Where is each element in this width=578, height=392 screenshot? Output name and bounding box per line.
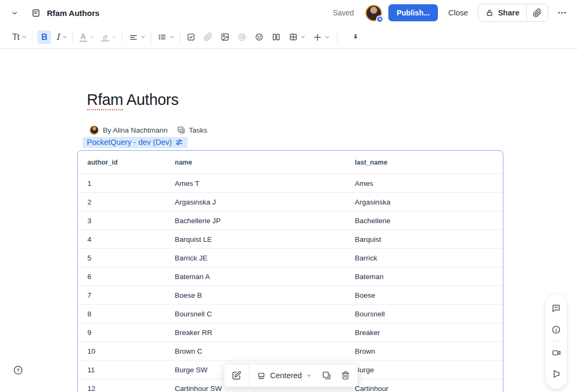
cell-author-id: 12 xyxy=(78,385,165,392)
column-header: author_id xyxy=(78,159,165,166)
image-icon xyxy=(221,32,230,42)
video-button[interactable] xyxy=(551,346,561,359)
cell-name: Barquist LE xyxy=(165,235,345,243)
table-row[interactable]: 3 Bachellerie JP Bachellerie xyxy=(78,211,503,230)
at-mention-icon xyxy=(238,32,247,42)
page-title[interactable]: Rfam Authors xyxy=(87,89,578,110)
columns-icon xyxy=(272,32,281,42)
attachment-button[interactable] xyxy=(202,31,214,43)
author-avatar xyxy=(89,126,99,135)
info-button[interactable] xyxy=(551,323,561,336)
image-button[interactable] xyxy=(219,31,231,43)
doc-title: Rfam Authors xyxy=(47,9,100,18)
align-button[interactable] xyxy=(127,31,140,43)
cell-author-id: 2 xyxy=(78,198,165,206)
table-row[interactable]: 10 Brown C Brown xyxy=(78,341,503,360)
megaphone-icon xyxy=(551,369,561,379)
table-body: 1 Ames T Ames 2 Argasinska J Argasinska … xyxy=(78,174,503,392)
insert-button[interactable] xyxy=(311,31,324,44)
cell-name: Bachellerie JP xyxy=(165,217,345,225)
cell-name: Ames T xyxy=(165,179,345,187)
comment-bubble-icon xyxy=(551,304,561,313)
cell-author-id: 5 xyxy=(78,254,165,262)
table-row[interactable]: 5 Barrick JE Barrick xyxy=(78,248,503,267)
delete-button[interactable] xyxy=(340,370,351,381)
table-row[interactable]: 4 Barquist LE Barquist xyxy=(78,230,503,248)
emoji-button[interactable] xyxy=(253,31,265,43)
help-question-icon: ? xyxy=(13,365,23,375)
share-label: Share xyxy=(498,9,519,17)
cell-author-id: 11 xyxy=(78,366,165,374)
chevron-down-icon[interactable] xyxy=(169,34,175,40)
mention-button[interactable] xyxy=(236,31,248,43)
cell-last-name: Barrick xyxy=(345,254,503,262)
highlight-button[interactable] xyxy=(100,31,111,43)
cell-name: Brown C xyxy=(165,347,345,355)
chevron-down-icon[interactable] xyxy=(140,34,146,40)
chevron-down-icon[interactable] xyxy=(324,34,330,40)
cell-name: Boese B xyxy=(165,291,345,299)
font-color-button[interactable]: A xyxy=(78,31,89,44)
query-results-table[interactable]: author_idnamelast_name 1 Ames T Ames 2 A… xyxy=(77,150,503,392)
cell-last-name: Breaker xyxy=(345,329,503,337)
cell-last-name: Barquist xyxy=(345,235,503,243)
text-style-label: Tt xyxy=(12,32,19,42)
tasks-link[interactable]: Tasks xyxy=(177,126,208,134)
chevron-down-icon[interactable] xyxy=(62,34,68,40)
help-button[interactable]: ? xyxy=(13,365,23,375)
trash-icon xyxy=(341,371,350,380)
italic-button[interactable]: I xyxy=(54,30,61,44)
centered-block-icon xyxy=(257,371,266,380)
byline-row: By Alina Nachtmann Tasks xyxy=(89,125,578,135)
cell-name: Barrick JE xyxy=(165,254,345,262)
share-button[interactable]: Share xyxy=(478,4,526,21)
publish-button[interactable]: Publish... xyxy=(388,4,437,21)
table-row[interactable]: 2 Argasinska J Argasinska xyxy=(78,192,503,211)
cell-last-name: Boursnell xyxy=(345,310,503,318)
edit-block-button[interactable] xyxy=(231,370,242,381)
cell-name: Bateman A xyxy=(165,273,345,281)
font-color-icon: A xyxy=(79,32,87,42)
pin-toolbar-button[interactable] xyxy=(350,31,361,43)
collapse-chevron-icon[interactable] xyxy=(11,9,19,17)
table-row[interactable]: 8 Boursnell C Boursnell xyxy=(78,304,503,323)
top-bar: Rfam Authors Saved A Publish... Close Sh… xyxy=(0,0,578,26)
user-avatar[interactable]: A xyxy=(365,5,382,21)
table-row[interactable]: 7 Boese B Boese xyxy=(78,285,503,304)
pocketquery-chip[interactable]: PocketQuery - dev (Dev) xyxy=(83,137,188,148)
comments-button[interactable] xyxy=(551,302,561,315)
chevron-down-icon[interactable] xyxy=(21,34,27,40)
close-button[interactable]: Close xyxy=(449,9,468,17)
more-options-button[interactable] xyxy=(555,5,569,20)
svg-text:?: ? xyxy=(17,368,20,373)
duplicate-button[interactable] xyxy=(321,370,332,381)
announcements-button[interactable] xyxy=(551,368,561,380)
text-style-button[interactable]: Tt xyxy=(11,31,21,44)
table-row[interactable]: 1 Ames T Ames xyxy=(78,174,503,192)
spellcheck-word: Rfam xyxy=(87,91,123,110)
table-header-row: author_idnamelast_name xyxy=(78,151,503,174)
copy-link-button[interactable] xyxy=(526,4,548,21)
column-header: name xyxy=(165,159,345,166)
duplicate-icon xyxy=(322,371,331,380)
byline-text: By Alina Nachtmann xyxy=(103,126,168,134)
table-row[interactable]: 6 Bateman A Bateman xyxy=(78,267,503,285)
table-grid-icon xyxy=(289,32,298,42)
table-button[interactable] xyxy=(287,31,299,43)
bold-button[interactable]: B xyxy=(37,30,51,44)
toolbar-divider xyxy=(337,31,337,43)
cell-author-id: 3 xyxy=(78,217,165,225)
page-title-rest: Authors xyxy=(123,91,178,108)
columns-button[interactable] xyxy=(270,31,282,43)
alignment-menu-button[interactable]: Centered xyxy=(256,370,313,381)
list-button[interactable] xyxy=(156,31,168,43)
cell-last-name: Bachellerie xyxy=(345,217,503,225)
column-header: last_name xyxy=(345,159,503,166)
chevron-down-icon[interactable] xyxy=(300,34,306,40)
align-icon xyxy=(129,32,138,42)
info-circle-icon xyxy=(551,325,561,334)
checkbox-button[interactable] xyxy=(185,31,197,43)
table-row[interactable]: 9 Breaker RR Breaker xyxy=(78,323,503,341)
tasks-check-icon xyxy=(177,126,185,134)
toolbar-divider xyxy=(32,31,32,43)
